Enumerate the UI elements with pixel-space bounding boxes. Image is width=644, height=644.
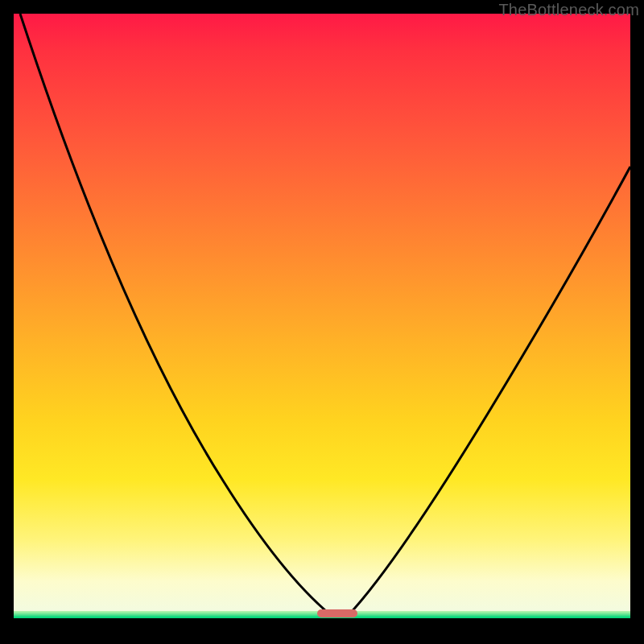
- left-curve: [20, 14, 332, 616]
- bottleneck-marker: [317, 609, 357, 617]
- chart-frame: [14, 14, 630, 630]
- right-curve: [348, 167, 630, 616]
- watermark-text: TheBottleneck.com: [498, 1, 639, 19]
- chart-curves: [14, 14, 630, 630]
